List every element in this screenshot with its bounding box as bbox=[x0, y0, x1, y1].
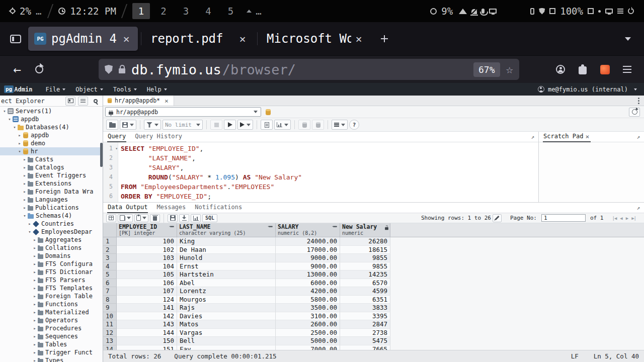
workspace-5[interactable]: 5 bbox=[222, 3, 239, 19]
delete-rows-button[interactable] bbox=[150, 214, 160, 222]
tree-item-materialized[interactable]: Materialized bbox=[0, 308, 103, 316]
cell-employee-id[interactable]: 142 bbox=[117, 312, 177, 321]
save-button[interactable] bbox=[120, 120, 136, 130]
menu-tools[interactable]: Tools bbox=[109, 84, 141, 95]
help-button[interactable] bbox=[349, 120, 359, 130]
cell-employee-id[interactable]: 102 bbox=[117, 246, 177, 254]
graph-visualiser-button[interactable] bbox=[191, 214, 201, 222]
cell-new-salary[interactable]: 26280 bbox=[340, 237, 390, 246]
tree-item-trigger-funct[interactable]: Trigger Funct bbox=[0, 348, 103, 356]
tree-item-operators[interactable]: Operators bbox=[0, 316, 103, 324]
tree-item-types[interactable]: Types bbox=[0, 356, 103, 362]
tree-chevron-icon[interactable] bbox=[17, 147, 23, 155]
cell-last-name[interactable]: Vargas bbox=[177, 329, 276, 337]
cell-new-salary[interactable]: 3395 bbox=[340, 312, 390, 321]
open-file-button[interactable] bbox=[106, 120, 118, 130]
row-number-cell[interactable]: 5 bbox=[103, 270, 117, 279]
tree-item-tables[interactable]: Tables bbox=[0, 340, 103, 348]
cell-new-salary[interactable]: 2847 bbox=[340, 320, 390, 329]
cell-last-name[interactable]: Hunold bbox=[177, 254, 276, 262]
tab-notifications[interactable]: Notifications bbox=[194, 203, 243, 213]
cell-salary[interactable]: 7000.00 bbox=[276, 345, 340, 350]
firefox-view-button[interactable] bbox=[5, 27, 26, 50]
tree-chevron-icon[interactable] bbox=[32, 356, 38, 362]
scrollbar-thumb[interactable] bbox=[100, 143, 103, 167]
close-tab-icon[interactable] bbox=[353, 33, 364, 44]
menu-object[interactable]: Object bbox=[71, 84, 107, 95]
tree-chevron-icon[interactable] bbox=[22, 188, 28, 196]
row-number-cell[interactable]: 3 bbox=[103, 254, 117, 262]
table-row-11[interactable]: 11143Matos2600.002847 bbox=[103, 320, 644, 329]
tab-messages[interactable]: Messages bbox=[156, 203, 186, 213]
cell-employee-id[interactable]: 106 bbox=[117, 279, 177, 288]
last-page-button[interactable] bbox=[631, 216, 636, 221]
table-row-13[interactable]: 13150Bell5000.005475 bbox=[103, 337, 644, 345]
network-indicator[interactable] bbox=[456, 8, 500, 14]
explain-button[interactable] bbox=[261, 120, 273, 130]
cell-last-name[interactable]: Lorentz bbox=[177, 287, 276, 296]
table-row-2[interactable]: 2102De Haan17000.0018615 bbox=[103, 246, 644, 254]
extensions-button[interactable] bbox=[572, 58, 594, 80]
row-number-cell[interactable]: 6 bbox=[103, 279, 117, 288]
tree-item-languages[interactable]: Languages bbox=[0, 196, 103, 204]
table-row-8[interactable]: 8124Mourgos5800.006351 bbox=[103, 296, 644, 304]
table-row-9[interactable]: 9141Rajs3500.003833 bbox=[103, 304, 644, 312]
cell-last-name[interactable]: Hartstein bbox=[177, 270, 276, 279]
bookmark-star-icon[interactable] bbox=[506, 62, 513, 76]
cell-salary[interactable]: 13000.00 bbox=[276, 270, 340, 279]
tree-chevron-icon[interactable] bbox=[2, 107, 8, 115]
previous-page-button[interactable] bbox=[620, 216, 622, 221]
tree-item-sequences[interactable]: Sequences bbox=[0, 332, 103, 340]
tree-chevron-icon[interactable] bbox=[32, 300, 38, 308]
expand-icon[interactable] bbox=[636, 134, 640, 140]
tree-chevron-icon[interactable] bbox=[32, 260, 38, 268]
row-number-cell[interactable]: 8 bbox=[103, 296, 117, 304]
commit-button[interactable] bbox=[298, 120, 310, 130]
tree-chevron-icon[interactable] bbox=[32, 324, 38, 332]
tree-item-fts-parsers[interactable]: FTS Parsers bbox=[0, 276, 103, 284]
cell-salary[interactable]: 3100.00 bbox=[276, 312, 340, 321]
cell-employee-id[interactable]: 103 bbox=[117, 254, 177, 262]
paste-button[interactable] bbox=[134, 214, 148, 222]
tree-item-aggregates[interactable]: Aggregates bbox=[0, 236, 103, 244]
menu-button[interactable] bbox=[616, 58, 638, 80]
row-number-cell[interactable]: 2 bbox=[103, 246, 117, 254]
cell-employee-id[interactable]: 143 bbox=[117, 320, 177, 329]
filter-button[interactable] bbox=[144, 120, 161, 130]
workspace-1[interactable]: 1 bbox=[132, 3, 150, 19]
tree-item-foreign-table[interactable]: Foreign Table bbox=[0, 292, 103, 300]
tree-item-casts[interactable]: Casts bbox=[0, 155, 103, 163]
sql-code[interactable]: SELECT "EMPLOYEE_ID", "LAST_NAME", "SALA… bbox=[118, 142, 538, 202]
cell-employee-id[interactable]: 141 bbox=[117, 304, 177, 312]
cell-employee-id[interactable]: 124 bbox=[117, 296, 177, 304]
edit-rows-button[interactable] bbox=[493, 214, 502, 222]
tree-item-hr[interactable]: hr bbox=[0, 147, 103, 155]
menu-file[interactable]: File bbox=[41, 84, 69, 95]
cell-last-name[interactable]: Ernst bbox=[177, 262, 276, 271]
cell-salary[interactable]: 9000.00 bbox=[276, 262, 340, 271]
cell-employee-id[interactable]: 100 bbox=[117, 237, 177, 246]
macros-button[interactable] bbox=[332, 120, 348, 130]
tree-chevron-icon[interactable] bbox=[32, 332, 38, 340]
close-tab-icon[interactable] bbox=[121, 33, 132, 44]
execute-options-button[interactable] bbox=[237, 120, 253, 130]
row-limit-select[interactable]: No limit bbox=[163, 120, 203, 130]
cell-salary[interactable]: 9000.00 bbox=[276, 254, 340, 262]
cell-salary[interactable]: 2500.00 bbox=[276, 329, 340, 337]
addon-button[interactable] bbox=[594, 58, 616, 80]
account-menu[interactable]: me@fymio.us (internal) bbox=[538, 86, 640, 93]
account-button[interactable] bbox=[549, 58, 572, 80]
tree-chevron-icon[interactable] bbox=[32, 276, 38, 284]
cell-new-salary[interactable]: 9855 bbox=[340, 262, 390, 271]
tab-scratch-pad[interactable]: Scratch Pad bbox=[543, 132, 591, 142]
tree-chevron-icon[interactable] bbox=[17, 139, 23, 147]
sql-button[interactable]: SQL bbox=[202, 214, 217, 222]
cell-new-salary[interactable]: 2738 bbox=[340, 329, 390, 337]
table-row-14[interactable]: 14151Fay7000.007665 bbox=[103, 345, 644, 350]
pgadmin-logo[interactable]: pg Admin bbox=[4, 85, 32, 93]
cell-last-name[interactable]: Davies bbox=[177, 312, 276, 321]
tab-microsoft-word[interactable]: Microsoft Wo bbox=[261, 27, 370, 51]
page-number-input[interactable] bbox=[541, 214, 586, 222]
save-data-button[interactable] bbox=[168, 214, 178, 222]
table-row-10[interactable]: 10142Davies3100.003395 bbox=[103, 312, 644, 321]
